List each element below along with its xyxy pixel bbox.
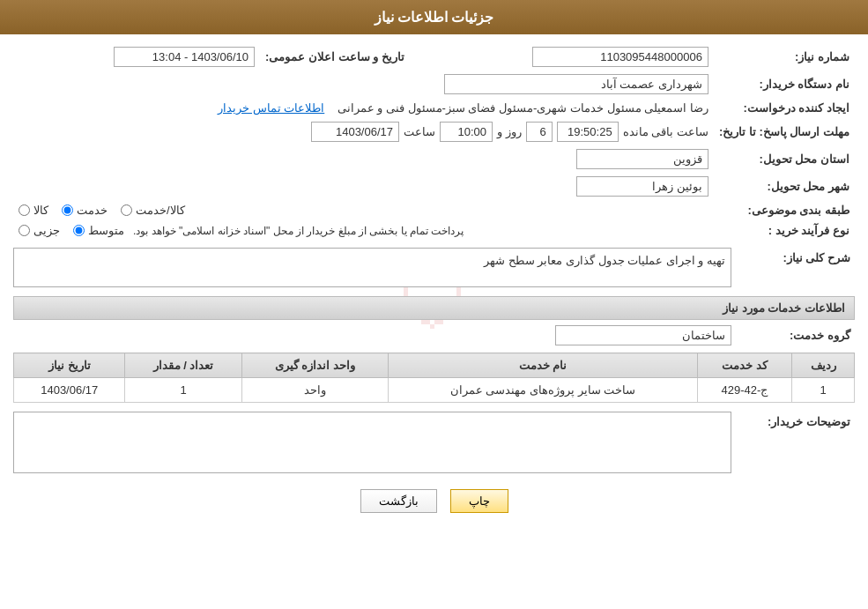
shahr-value-cell: بوئین زهرا bbox=[13, 173, 714, 200]
mohlat-roz-input: 6 bbox=[526, 122, 553, 142]
services-table-header-row: ردیف کد خدمت نام خدمت واحد اندازه گیری ت… bbox=[14, 353, 855, 378]
contact-info-link[interactable]: اطلاعات تماس خریدار bbox=[218, 101, 324, 115]
mohlat-remaining-label: ساعت باقی مانده bbox=[623, 125, 708, 138]
mohlat-saat-label: ساعت bbox=[404, 125, 435, 138]
services-table-head: ردیف کد خدمت نام خدمت واحد اندازه گیری ت… bbox=[14, 353, 855, 378]
print-button[interactable]: چاپ bbox=[450, 489, 508, 513]
noe-farayand-radio-group: جزیی متوسط bbox=[19, 224, 124, 237]
sharh-value-container: تهیه و اجرای عملیات جدول گذاری معابر سطح… bbox=[13, 248, 731, 287]
noe-motavaset-label: متوسط bbox=[88, 224, 124, 237]
shahr-input: بوئین زهرا bbox=[576, 176, 708, 197]
grohe-khedmat-value-container: ساختمان bbox=[13, 325, 731, 345]
shomare-tarikh-row: شماره نیاز: 1103095448000006 تاریخ و ساع… bbox=[13, 43, 855, 71]
tarif-khedmat-radio[interactable] bbox=[62, 204, 73, 216]
services-table-body: 1 ج-42-429 ساخت سایر پروژه‌های مهندسی عم… bbox=[14, 378, 855, 403]
tarikh-elaan-value-cell: 1403/06/10 - 13:04 bbox=[13, 43, 260, 71]
tarif-kala-khedmat-item: کالا/خدمت bbox=[121, 204, 185, 217]
col-nam-khedmat: نام خدمت bbox=[389, 353, 697, 378]
ijad-konande-row: ایجاد کننده درخواست: رضا اسمعیلی مسئول خ… bbox=[13, 98, 855, 118]
mohlat-countdown-input: 19:50:25 bbox=[557, 122, 619, 142]
ostan-label: استان محل تحویل: bbox=[714, 145, 855, 173]
col-tarikh: تاریخ نیاز bbox=[14, 353, 125, 378]
services-section-title: اطلاعات خدمات مورد نیاز bbox=[13, 296, 855, 320]
col-radif: ردیف bbox=[792, 353, 855, 378]
mohlat-roz-label: روز و bbox=[497, 125, 522, 138]
tarikh-elaan-input: 1403/06/10 - 13:04 bbox=[114, 47, 255, 67]
ostan-input: قزوین bbox=[576, 149, 708, 169]
cell-nam-khedmat: ساخت سایر پروژه‌های مهندسی عمران bbox=[389, 378, 697, 403]
mohlat-label: مهلت ارسال پاسخ: تا تاریخ: bbox=[714, 118, 855, 145]
ijad-konande-value-cell: رضا اسمعیلی مسئول خدمات شهری-مسئول فضای … bbox=[13, 98, 714, 118]
tawzeehat-value-container bbox=[13, 412, 731, 476]
tarif-bandi-value-cell: کالا خدمت کالا/خدمت bbox=[13, 200, 714, 220]
tarif-kala-item: کالا bbox=[19, 204, 48, 217]
noe-jozei-item: جزیی bbox=[19, 224, 60, 237]
page-title: جزئیات اطلاعات نیاز bbox=[375, 10, 494, 25]
shahr-label: شهر محل تحویل: bbox=[714, 173, 855, 200]
sharh-label: شرح کلی نیاز: bbox=[731, 248, 855, 264]
main-content: شماره نیاز: 1103095448000006 تاریخ و ساع… bbox=[0, 34, 868, 535]
page-header: جزئیات اطلاعات نیاز bbox=[0, 0, 868, 34]
col-tedad: تعداد / مقدار bbox=[125, 353, 241, 378]
nam-dastgah-input: شهرداری عصمت آباد bbox=[444, 74, 708, 94]
noe-farayand-value-cell: جزیی متوسط پرداخت تمام یا بخشی از مبلغ خ… bbox=[13, 220, 714, 241]
col-vahed: واحد اندازه گیری bbox=[241, 353, 389, 378]
table-row: 1 ج-42-429 ساخت سایر پروژه‌های مهندسی عم… bbox=[14, 378, 855, 403]
tawzeehat-textarea[interactable] bbox=[13, 412, 731, 473]
shahr-row: شهر محل تحویل: بوئین زهرا bbox=[13, 173, 855, 200]
top-info-table: شماره نیاز: 1103095448000006 تاریخ و ساع… bbox=[13, 43, 855, 241]
page-container: 🛡 جزئیات اطلاعات نیاز شماره نیاز: 110309… bbox=[0, 0, 868, 609]
tarif-bandi-label: طبقه بندی موضوعی: bbox=[714, 200, 855, 220]
mohlat-saat-input: 10:00 bbox=[440, 122, 493, 142]
sharh-value: تهیه و اجرای عملیات جدول گذاری معابر سطح… bbox=[13, 248, 731, 287]
shomare-niaz-value-cell: 1103095448000006 bbox=[410, 43, 714, 71]
grohe-khedmat-label: گروه خدمت: bbox=[731, 325, 855, 342]
shomare-niaz-input: 1103095448000006 bbox=[532, 47, 708, 67]
noe-motavaset-item: متوسط bbox=[73, 224, 124, 237]
nam-dastgah-label: نام دستگاه خریدار: bbox=[714, 71, 855, 98]
ostan-value-cell: قزوین bbox=[13, 145, 714, 173]
noe-jozei-label: جزیی bbox=[33, 224, 60, 237]
tarif-khedmat-item: خدمت bbox=[62, 204, 108, 217]
noe-motavaset-radio[interactable] bbox=[73, 225, 85, 236]
cell-kod-khedmat: ج-42-429 bbox=[697, 378, 792, 403]
mohlat-row: مهلت ارسال پاسخ: تا تاریخ: 1403/06/17 سا… bbox=[13, 118, 855, 145]
tarikh-elaan-label: تاریخ و ساعت اعلان عمومی: bbox=[260, 43, 410, 71]
ijad-konande-label: ایجاد کننده درخواست: bbox=[714, 98, 855, 118]
ijad-konande-text: رضا اسمعیلی مسئول خدمات شهری-مسئول فضای … bbox=[338, 101, 708, 115]
noe-farayand-row: نوع فرآیند خرید : جزیی متوسط bbox=[13, 220, 855, 241]
col-kod-khedmat: کد خدمت bbox=[697, 353, 792, 378]
main-content-wrapper: جزئیات اطلاعات نیاز شماره نیاز: 11030954… bbox=[0, 0, 868, 535]
grohe-khedmat-input: ساختمان bbox=[555, 325, 731, 345]
back-button[interactable]: بازگشت bbox=[360, 489, 437, 513]
tarif-kala-khedmat-label: کالا/خدمت bbox=[136, 204, 185, 217]
tarif-kala-label: کالا bbox=[33, 204, 48, 217]
ostan-row: استان محل تحویل: قزوین bbox=[13, 145, 855, 173]
noe-jozei-radio[interactable] bbox=[19, 225, 30, 236]
tarif-bandi-row: طبقه بندی موضوعی: کالا خدمت bbox=[13, 200, 855, 220]
nam-dastgah-value-cell: شهرداری عصمت آباد bbox=[13, 71, 714, 98]
grohe-khedmat-section: گروه خدمت: ساختمان bbox=[13, 325, 855, 345]
cell-tedad: 1 bbox=[125, 378, 241, 403]
tarif-kala-khedmat-radio[interactable] bbox=[121, 204, 132, 216]
cell-tarikh: 1403/06/17 bbox=[14, 378, 125, 403]
noe-farayand-container: جزیی متوسط پرداخت تمام یا بخشی از مبلغ خ… bbox=[19, 224, 708, 237]
services-table: ردیف کد خدمت نام خدمت واحد اندازه گیری ت… bbox=[13, 353, 855, 403]
mohlat-value-cell: 1403/06/17 ساعت 10:00 روز و 6 19:50:25 س… bbox=[13, 118, 714, 145]
noe-farayand-label: نوع فرآیند خرید : bbox=[714, 220, 855, 241]
tawzeehat-label: توضیحات خریدار: bbox=[731, 412, 855, 428]
tawzeehat-section: توضیحات خریدار: bbox=[13, 412, 855, 476]
cell-vahed: واحد bbox=[241, 378, 389, 403]
mohlat-date-input: 1403/06/17 bbox=[311, 122, 399, 142]
noe-farayand-note: پرداخت تمام یا بخشی از مبلغ خریدار از مح… bbox=[133, 225, 464, 237]
tarif-kala-radio[interactable] bbox=[19, 204, 30, 216]
tarif-khedmat-label: خدمت bbox=[77, 204, 108, 217]
sharh-section: شرح کلی نیاز: تهیه و اجرای عملیات جدول گ… bbox=[13, 248, 855, 287]
button-row: چاپ بازگشت bbox=[13, 489, 855, 513]
tarif-bandi-radio-group: کالا خدمت کالا/خدمت bbox=[19, 204, 708, 217]
cell-radif: 1 bbox=[792, 378, 855, 403]
shomare-niaz-label: شماره نیاز: bbox=[714, 43, 855, 71]
nam-dastgah-row: نام دستگاه خریدار: شهرداری عصمت آباد bbox=[13, 71, 855, 98]
